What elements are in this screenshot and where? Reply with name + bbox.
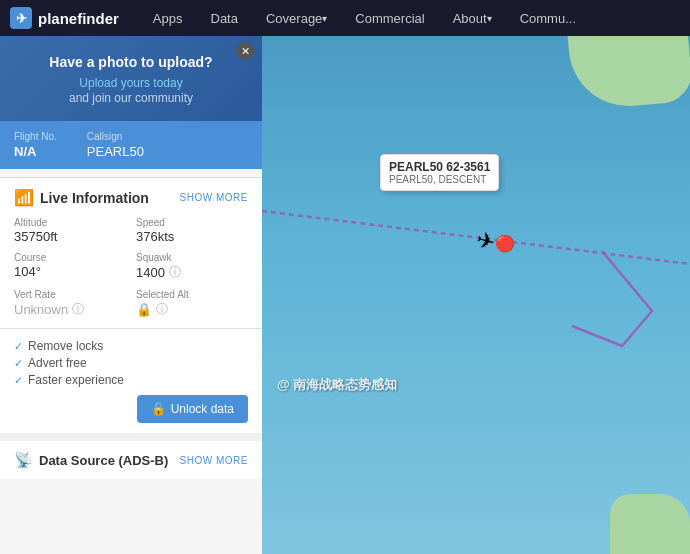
aircraft-icon-secondary: 🔴 [495, 234, 515, 253]
nav-links: Apps Data Coverage Commercial About Comm… [139, 0, 590, 36]
nav-coverage[interactable]: Coverage [252, 0, 341, 36]
photo-banner-desc: and join our community [69, 91, 193, 105]
speed-item: Speed 376kts [136, 217, 248, 244]
tooltip-detail: PEARL50, DESCENT [389, 174, 490, 185]
speed-label: Speed [136, 217, 248, 228]
main-container: ✕ Have a photo to upload? Upload yours t… [0, 36, 690, 554]
callsign-value: PEARL50 [87, 144, 144, 159]
check-icon-3: ✓ [14, 374, 23, 387]
callsign-group: Callsign PEARL50 [87, 131, 144, 159]
logo-icon: ✈ [10, 7, 32, 29]
flight-no-label: Flight No. [14, 131, 57, 142]
map-container[interactable]: ✈ 🔴 PEARL50 62-3561 PEARL50, DESCENT @ 南… [262, 36, 690, 554]
course-label: Course [14, 252, 126, 263]
live-show-more[interactable]: SHOW MORE [180, 192, 248, 203]
logo[interactable]: ✈ planefinder [10, 7, 119, 29]
flight-info-bar: Flight No. N/A Callsign PEARL50 [0, 121, 262, 169]
selected-alt-item: Selected Alt 🔒 ⓘ [136, 289, 248, 318]
datasource-title-text: Data Source (ADS-B) [39, 453, 168, 468]
photo-banner: ✕ Have a photo to upload? Upload yours t… [0, 36, 262, 121]
altitude-label: Altitude [14, 217, 126, 228]
callsign-label: Callsign [87, 131, 144, 142]
photo-banner-heading: Have a photo to upload? [16, 54, 246, 70]
vert-rate-label: Vert Rate [14, 289, 126, 300]
logo-text: planefinder [38, 10, 119, 27]
vert-rate-info-icon[interactable]: ⓘ [72, 301, 84, 318]
datasource-section: 📡 Data Source (ADS-B) SHOW MORE [0, 433, 262, 479]
selected-alt-label: Selected Alt [136, 289, 248, 300]
selected-alt-value-row: 🔒 ⓘ [136, 301, 248, 318]
feature-label-2: Advert free [28, 356, 87, 370]
course-item: Course 104° [14, 252, 126, 281]
live-section: 📶 Live Information SHOW MORE Altitude 35… [0, 177, 262, 328]
feature-advert-free: ✓ Advert free [14, 356, 248, 370]
navbar: ✈ planefinder Apps Data Coverage Commerc… [0, 0, 690, 36]
altitude-item: Altitude 35750ft [14, 217, 126, 244]
svg-line-0 [262, 211, 690, 264]
check-icon-2: ✓ [14, 357, 23, 370]
live-title-text: Live Information [40, 190, 149, 206]
photo-upload-link[interactable]: Upload yours today [16, 76, 246, 90]
datasource-show-more[interactable]: SHOW MORE [180, 455, 248, 466]
feature-remove-locks: ✓ Remove locks [14, 339, 248, 353]
sidebar: ✕ Have a photo to upload? Upload yours t… [0, 36, 262, 554]
features-section: ✓ Remove locks ✓ Advert free ✓ Faster ex… [0, 328, 262, 433]
course-value: 104° [14, 264, 41, 279]
feature-faster: ✓ Faster experience [14, 373, 248, 387]
unlock-btn-label: Unlock data [171, 402, 234, 416]
feature-label-1: Remove locks [28, 339, 103, 353]
nav-about[interactable]: About [439, 0, 506, 36]
unlock-row: 🔓 Unlock data [14, 395, 248, 423]
flight-no-value: N/A [14, 144, 36, 159]
datasource-title: 📡 Data Source (ADS-B) [14, 451, 168, 469]
wifi-icon: 📶 [14, 188, 34, 207]
vert-rate-value-row: Unknown ⓘ [14, 301, 126, 318]
altitude-value: 35750ft [14, 229, 57, 244]
feature-label-3: Faster experience [28, 373, 124, 387]
live-title: 📶 Live Information [14, 188, 149, 207]
flight-path-svg [262, 36, 690, 554]
squawk-item: Squawk 1400 ⓘ [136, 252, 248, 281]
watermark: @ 南海战略态势感知 [277, 376, 397, 394]
squawk-value: 1400 [136, 265, 165, 280]
squawk-value-row: 1400 ⓘ [136, 264, 248, 281]
squawk-info-icon[interactable]: ⓘ [169, 264, 181, 281]
speed-value: 376kts [136, 229, 174, 244]
check-icon-1: ✓ [14, 340, 23, 353]
nav-data[interactable]: Data [197, 0, 252, 36]
radar-icon: 📡 [14, 451, 33, 469]
live-header: 📶 Live Information SHOW MORE [14, 188, 248, 207]
flight-tooltip: PEARL50 62-3561 PEARL50, DESCENT [380, 154, 499, 191]
vert-rate-item: Vert Rate Unknown ⓘ [14, 289, 126, 318]
lock-icon: 🔒 [136, 302, 152, 317]
vert-rate-value: Unknown [14, 302, 68, 317]
nav-commercial[interactable]: Commercial [341, 0, 438, 36]
tooltip-callsign: PEARL50 62-3561 [389, 160, 490, 174]
close-banner-button[interactable]: ✕ [236, 42, 254, 60]
selected-alt-info-icon[interactable]: ⓘ [156, 301, 168, 318]
nav-community[interactable]: Commu... [506, 0, 590, 36]
squawk-label: Squawk [136, 252, 248, 263]
nav-apps[interactable]: Apps [139, 0, 197, 36]
flight-number-group: Flight No. N/A [14, 131, 57, 159]
watermark-text: @ 南海战略态势感知 [277, 377, 397, 392]
live-data-grid: Altitude 35750ft Speed 376kts Course 104… [14, 217, 248, 318]
unlock-button[interactable]: 🔓 Unlock data [137, 395, 248, 423]
lock-btn-icon: 🔓 [151, 402, 166, 416]
